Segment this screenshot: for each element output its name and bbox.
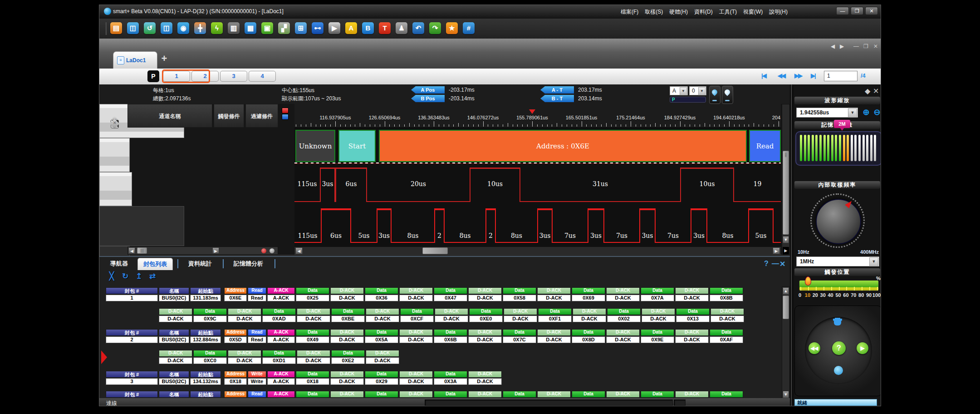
table-cell-value[interactable]: 0X18 [296,378,329,385]
table-cell-value[interactable]: D-ACK [297,357,330,364]
tab-ladoc1[interactable]: ≡ LaDoc1 [113,51,157,69]
documents-icon[interactable]: ⊞ [295,22,307,34]
tab-1[interactable]: 封包列表 [137,258,173,270]
table-cell-value[interactable]: 0X3A [434,378,467,385]
splitter-grip[interactable]: ||| [137,247,147,254]
panel-help-icon[interactable]: ? [764,260,769,268]
table-cell-header[interactable]: D-ACK [435,308,468,315]
decode-block[interactable]: Unknown [295,130,335,162]
table-cell-value[interactable]: 0XC0 [193,357,227,364]
table-cell-value[interactable]: 0XD1 [262,357,296,364]
table-row[interactable]: 封包 #名稱起始點AddressWriteA-ACKDataD-ACKDataD… [106,371,503,378]
table-cell-value[interactable]: 0X7A [641,295,674,301]
table-cell-header[interactable]: Address [224,391,247,398]
table-cell-header[interactable]: Data [193,350,227,357]
tab-scroll-left-icon[interactable]: ◀ [831,43,835,49]
table-cell-header[interactable] [222,287,223,294]
table-cell-header[interactable]: Data [400,308,434,315]
table-cell-value[interactable]: D-ACK [297,315,330,322]
table-cell-value[interactable]: 0X47 [434,295,467,301]
menu-item-5[interactable]: 視窗(W) [743,8,763,16]
scrollbar-thumb[interactable] [422,247,448,254]
table-cell-header[interactable] [222,295,223,301]
hand-tool-icon[interactable] [834,320,841,325]
table-cell-header[interactable]: A-ACK [267,371,295,378]
menu-item-6[interactable]: 說明(H) [769,8,788,16]
table-cell-header[interactable]: D-ACK [159,350,192,357]
doc-restore-icon[interactable]: ❐ [863,43,868,49]
table-cell-header[interactable]: Write [248,371,266,378]
table-cell-header[interactable]: D-ACK [228,350,261,357]
scroll-right-icon[interactable]: ▶ [212,247,219,254]
table-cell-value[interactable]: D-ACK [330,336,364,343]
table-cell-value[interactable]: A-ACK [267,378,295,385]
scroll-left-icon[interactable]: ◀ [128,247,135,254]
trigger-marker-icon[interactable] [529,109,535,114]
chevron-down-icon[interactable]: ▼ [869,257,878,266]
favorite-star-icon[interactable]: ★ [446,22,458,34]
marker-pin-b-button[interactable] [722,86,733,104]
table-cell-header[interactable]: D-ACK [330,371,364,378]
table-cell-header[interactable]: Data [710,329,743,336]
table-cell-header[interactable]: 起始點 [190,371,221,378]
table-cell-value[interactable]: 0X13 [676,315,710,322]
table-cell-value[interactable]: BUS0(I2C) [159,378,189,385]
table-cell-value[interactable]: D-ACK [330,295,364,301]
table-cell-header[interactable]: D-ACK [159,308,192,315]
open-file-icon[interactable]: ▤ [110,22,122,34]
settings-tools-icon[interactable]: ╋ [194,22,206,34]
table-cell-header[interactable]: Data [641,329,674,336]
table-cell-header[interactable]: Data [365,371,398,378]
table-cell-value[interactable]: Read [248,336,266,343]
table-cell-value[interactable]: D-ACK [159,315,192,322]
table-cell-header[interactable]: Address [224,329,247,336]
zoom-out-icon[interactable]: ⊖ [872,108,881,117]
table-cell-value[interactable]: D-ACK [435,315,468,322]
table-cell-value[interactable]: 0X18 [224,378,247,385]
table-cell-value[interactable]: 0XE2 [331,357,365,364]
table-cell-value[interactable]: D-ACK [399,378,433,385]
connector-icon[interactable]: ⊷ [312,22,323,34]
zoom-in-icon[interactable]: ⊕ [862,108,871,117]
table-cell-value[interactable]: D-ACK [228,357,261,364]
table-cell-header[interactable]: D-ACK [297,350,330,357]
table-cell-header[interactable]: D-ACK [606,287,640,294]
table-cell-value[interactable]: Read [248,295,266,301]
tab-3[interactable]: 記憶體分析 [228,258,269,270]
table-cell-value[interactable]: D-ACK [537,336,571,343]
table-cell-header[interactable]: Data [572,287,605,294]
table-cell-value[interactable]: 0X6E [224,295,247,301]
table-cell-header[interactable]: 名稱 [159,329,189,336]
table-cell-header[interactable]: D-ACK [330,287,364,294]
table-cell-header[interactable]: 起始點 [190,287,221,294]
table-cell-value[interactable]: 0X9E [641,336,674,343]
table-cell-value[interactable]: D-ACK [606,295,640,301]
table-cell-value[interactable]: A-ACK [267,295,295,301]
video-player-icon[interactable]: ▶ [328,22,340,34]
flag-a-marker-icon[interactable] [282,108,289,113]
table-cell-header[interactable]: A-ACK [267,329,295,336]
table-cell-value[interactable]: D-ACK [468,378,502,385]
table-cell-value[interactable]: 134.132ms [190,378,221,385]
table-cell-header[interactable]: Data [572,391,605,398]
table-cell-header[interactable]: 起始點 [190,329,221,336]
table-cell-header[interactable]: Data [331,308,365,315]
scroll-right-icon[interactable]: ▶ [773,247,780,254]
calculator-icon[interactable]: # [463,22,475,34]
zoom-next-icon[interactable]: ↷ [429,22,441,34]
scroll-left-icon[interactable]: ◀ [295,247,303,254]
table-cell-header[interactable]: Data [538,308,572,315]
nav-play-icon[interactable]: ▶ [857,342,868,354]
page-number-input[interactable]: 1 [824,71,858,81]
channel-panel-scrollbar[interactable]: ◀|||▶ [127,246,278,255]
table-cell-header[interactable]: D-ACK [675,287,709,294]
table-cell-header[interactable]: Data [503,391,536,398]
table-cell-header[interactable]: D-ACK [228,308,261,315]
table-cell-header[interactable]: Address [224,371,247,378]
zoom-scale-select[interactable]: 1.942558us ▼ [796,108,858,118]
table-row[interactable]: 1BUS0(I2C)131.183ms0X6EReadA-ACK0X25D-AC… [106,295,744,301]
probe-red-icon[interactable] [261,248,266,253]
quick-capture-icon[interactable]: ϟ [211,22,223,34]
window-layout-icon[interactable]: ▣ [261,22,273,34]
table-cell-header[interactable]: D-ACK [399,371,433,378]
